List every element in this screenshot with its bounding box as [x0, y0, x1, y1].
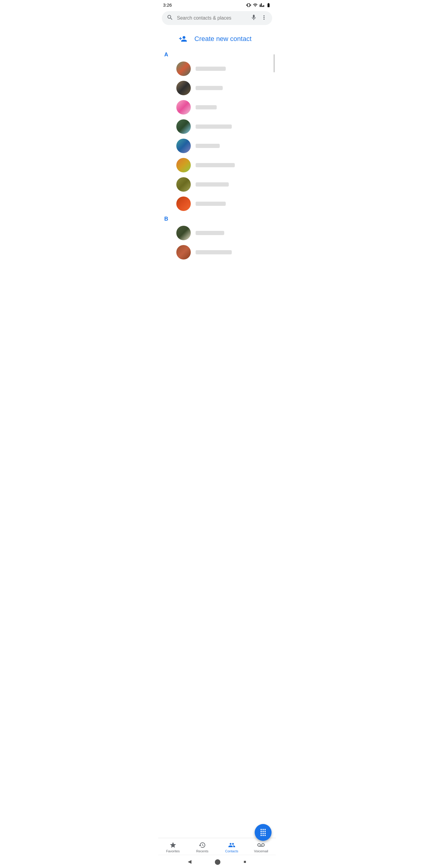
contact-row[interactable] [158, 156, 276, 175]
contact-name [195, 250, 232, 254]
avatar [176, 81, 191, 95]
contact-row[interactable] [158, 194, 276, 213]
contact-name [195, 163, 235, 167]
contact-name [195, 67, 226, 71]
status-time: 3:26 [163, 2, 172, 7]
scroll-indicator [274, 54, 275, 72]
contact-row[interactable] [158, 98, 276, 117]
avatar [176, 158, 191, 173]
contact-name [195, 144, 220, 148]
contact-row[interactable] [158, 79, 276, 98]
search-input[interactable] [177, 16, 247, 21]
contact-name [195, 105, 217, 110]
contact-name [195, 231, 224, 235]
avatar [176, 138, 191, 153]
create-contact-row[interactable]: Create new contact [158, 29, 276, 49]
mic-icon[interactable] [250, 14, 257, 22]
create-contact-label: Create new contact [194, 35, 252, 43]
signal-icon [259, 3, 264, 7]
contacts-list: Create new contact A B [158, 29, 276, 286]
contact-name [195, 182, 229, 187]
contact-name [195, 202, 226, 206]
contact-row[interactable] [158, 136, 276, 156]
status-icons [246, 3, 271, 7]
contact-row[interactable] [158, 223, 276, 243]
avatar [176, 177, 191, 192]
section-header-a: A [158, 49, 276, 59]
search-bar[interactable] [162, 11, 272, 25]
avatar [176, 196, 191, 211]
search-icon [167, 14, 173, 22]
create-contact-icon [176, 32, 190, 45]
section-header-b: B [158, 213, 276, 223]
avatar [176, 61, 191, 76]
avatar [176, 245, 191, 259]
more-options-icon[interactable] [261, 14, 267, 22]
avatar [176, 100, 191, 115]
contact-name [195, 124, 232, 129]
status-bar: 3:26 [158, 0, 276, 9]
avatar [176, 226, 191, 240]
contact-row[interactable] [158, 243, 276, 262]
contact-name [195, 86, 223, 90]
contact-row[interactable] [158, 117, 276, 136]
contact-row[interactable] [158, 59, 276, 79]
battery-icon [266, 3, 271, 7]
contact-row[interactable] [158, 175, 276, 194]
vibrate-icon [246, 3, 251, 7]
avatar [176, 119, 191, 134]
wifi-icon [253, 3, 258, 7]
